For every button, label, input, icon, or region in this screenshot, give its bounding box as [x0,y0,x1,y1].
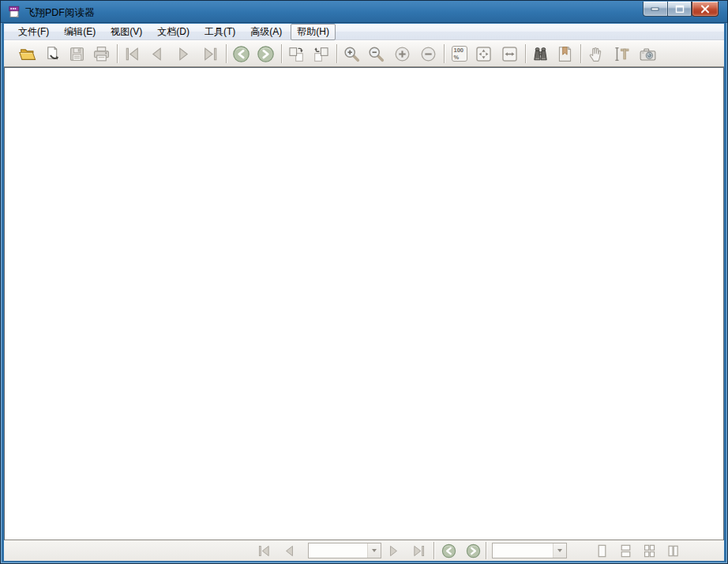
first-page-button[interactable] [122,43,143,65]
printer-icon [92,44,111,64]
toolbar-separator [226,44,227,63]
zoom-in-button[interactable] [392,43,413,65]
main-toolbar: 100% [4,40,724,67]
actual-size-button[interactable]: 100% [448,43,470,65]
two-up-layout-button[interactable] [663,541,682,560]
menu-document[interactable]: 文档(D) [151,24,196,40]
toolbar-separator [336,44,337,63]
binoculars-icon [531,44,550,64]
save-as-button[interactable] [42,43,63,65]
menu-view[interactable]: 视图(V) [104,24,148,40]
rotate-counterclockwise-button[interactable] [310,43,332,65]
last-page-button[interactable] [200,43,221,65]
menubar: 文件(F) 编辑(E) 视图(V) 文档(D) 工具(T) 高级(A) 帮助(H… [4,24,724,40]
next-triangle-icon [385,543,402,559]
previous-view-button[interactable] [231,43,252,65]
menu-tools[interactable]: 工具(T) [198,24,242,40]
facing-layout-icon [640,542,659,560]
statusbar-nav-group-2 [384,540,428,561]
first-page-icon [122,44,142,64]
rotate-clockwise-button[interactable] [286,43,307,65]
text-select-icon [612,44,632,64]
pdf-app-icon [8,6,21,18]
menu-advanced[interactable]: 高级(A) [244,24,288,40]
plus-circle-icon [392,44,412,64]
fit-width-button[interactable] [499,43,520,65]
next-view-button[interactable] [463,541,482,560]
single-page-layout-button[interactable] [592,541,611,560]
first-page-button[interactable] [254,541,273,560]
select-text-button[interactable] [611,43,632,65]
titlebar: 飞翔PDF阅读器 [1,1,727,23]
open-button[interactable] [17,43,39,65]
toolbar-separator [525,44,526,63]
actual-size-icon: 100% [452,46,467,62]
statusbar-separator [433,542,434,559]
hand-tool-button[interactable] [585,43,606,65]
document-area[interactable] [4,67,724,540]
two-up-layout-icon [664,542,682,560]
continuous-layout-icon [617,542,635,560]
page-layout-group [592,540,682,561]
toolbar-separator [580,44,581,63]
prev-triangle-icon [147,44,167,64]
folder-open-icon [18,44,38,64]
close-button[interactable] [692,2,719,17]
window-title: 飞翔PDF阅读器 [25,6,95,20]
floppy-icon [67,44,87,64]
menu-edit[interactable]: 编辑(E) [58,24,102,40]
prev-triangle-icon [281,543,298,559]
facing-layout-button[interactable] [640,541,659,560]
magnifier-plus-icon [342,44,362,64]
previous-page-button[interactable] [280,541,298,560]
single-page-layout-icon [593,542,611,560]
last-page-icon [201,44,220,64]
maximize-button[interactable] [667,2,692,17]
actual-size-percent: % [454,55,467,62]
snapshot-button[interactable] [637,43,659,65]
zoom-level-value[interactable] [493,543,553,558]
zoom-out-button[interactable] [418,43,439,65]
minimize-icon [651,5,660,13]
bookmark-button[interactable] [554,43,576,65]
next-page-button[interactable] [173,43,194,65]
zoom-out-tool-button[interactable] [366,43,387,65]
back-circle-icon [231,44,251,64]
menu-file[interactable]: 文件(F) [12,24,55,40]
forward-circle-icon [465,543,482,559]
forward-circle-icon [256,44,276,64]
page-number-value[interactable] [309,543,367,558]
zoom-level-combo[interactable] [492,543,567,558]
page-number-combo[interactable] [308,543,381,558]
maximize-icon [675,5,685,13]
chevron-down-icon [372,549,377,552]
minimize-button[interactable] [643,2,667,17]
app-window: 飞翔PDF阅读器 文件(F) 编辑(E) 视图(V) [0,0,728,564]
hand-icon [586,44,606,64]
magnifier-minus-icon [366,44,386,64]
continuous-layout-button[interactable] [616,541,635,560]
fit-page-button[interactable] [473,43,494,65]
save-button[interactable] [66,43,88,65]
next-page-button[interactable] [384,541,403,560]
close-icon [700,5,710,13]
last-page-button[interactable] [409,541,428,560]
back-circle-icon [441,543,457,559]
menu-help[interactable]: 帮助(H) [291,24,336,40]
next-view-button[interactable] [255,43,276,65]
camera-icon [638,44,658,64]
find-button[interactable] [530,43,551,65]
zoom-level-dropdown-button[interactable] [553,543,566,558]
previous-view-button[interactable] [439,541,458,560]
statusbar-history-group [439,540,482,561]
print-button[interactable] [91,43,112,65]
zoom-in-tool-button[interactable] [341,43,362,65]
toolbar-separator [117,44,118,63]
previous-page-button[interactable] [146,43,167,65]
page-number-dropdown-button[interactable] [367,543,381,558]
fit-width-icon [500,44,520,64]
toolbar-separator [444,44,445,63]
chevron-down-icon [557,549,562,552]
minus-circle-icon [418,44,438,64]
rotate-cw-pages-icon [287,44,306,64]
